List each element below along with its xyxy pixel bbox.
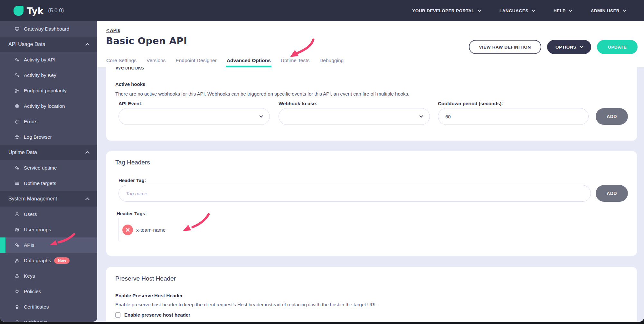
tyk-logo[interactable]: Tyk (5.0.0) xyxy=(0,6,64,16)
top-menu-help[interactable]: HELP xyxy=(554,8,572,13)
sidebar-item-policies[interactable]: Policies xyxy=(0,284,97,299)
header-actions: VIEW RAW DEFINITION OPTIONS UPDATE xyxy=(469,40,638,54)
tyk-leaf-icon xyxy=(14,6,24,16)
sidebar-item-apis[interactable]: APIs xyxy=(0,237,97,253)
sidebar-item-keys[interactable]: Keys xyxy=(0,268,97,284)
tag-headers-card: Tag Headers Header Tag: ADD Header Tags:… xyxy=(106,151,637,256)
list-icon xyxy=(14,181,20,186)
close-icon xyxy=(126,228,130,232)
sidebar-section-label: Uptime Data xyxy=(8,150,37,155)
sidebar-item-log-browser[interactable]: Log Browser xyxy=(0,129,97,145)
tab-debugging[interactable]: Debugging xyxy=(319,58,344,67)
page-header: < APIs Basic Open API VIEW RAW DEFINITIO… xyxy=(97,21,644,67)
chevron-up-icon xyxy=(85,198,90,202)
sidebar-item-label: Uptime targets xyxy=(24,181,56,186)
sidebar-item-activity-by-key[interactable]: Activity by Key xyxy=(0,68,97,83)
key-icon xyxy=(14,73,20,78)
sidebar-item-label: Certificates xyxy=(24,304,49,310)
user-icon xyxy=(14,212,20,217)
sidebar-item-activity-by-api[interactable]: Activity by API xyxy=(0,52,97,68)
preserve-description: Enable preserve host header to keep the … xyxy=(115,302,377,307)
header-tag-input[interactable] xyxy=(118,185,591,202)
tab-core-settings[interactable]: Core Settings xyxy=(106,58,137,67)
cogs-icon xyxy=(14,165,20,171)
tab-versions[interactable]: Versions xyxy=(147,58,166,67)
bell-icon xyxy=(14,320,20,322)
top-menu-label: HELP xyxy=(554,8,566,13)
webhook-add-button[interactable]: ADD xyxy=(596,108,628,125)
tab-advanced-options[interactable]: Advanced Options xyxy=(227,58,271,67)
sidebar-item-users[interactable]: Users xyxy=(0,207,97,222)
active-hooks-label: Active hooks xyxy=(115,81,145,87)
chevron-down-icon xyxy=(569,8,573,12)
sidebar-item-label: Data graphs xyxy=(24,258,51,264)
certificate-icon xyxy=(14,304,20,310)
top-menu-label: YOUR DEVELOPER PORTAL xyxy=(412,8,474,13)
chevron-down-icon xyxy=(623,8,626,12)
cooldown-period-input[interactable] xyxy=(438,108,589,125)
chevron-down-icon xyxy=(419,114,423,117)
version-label: (5.0.0) xyxy=(48,7,64,14)
tab-uptime-tests[interactable]: Uptime Tests xyxy=(281,58,309,67)
webhooks-empty-message: There are no active webhooks for this AP… xyxy=(115,91,409,97)
remove-tag-button[interactable] xyxy=(122,225,133,235)
chevron-down-icon xyxy=(532,8,535,12)
sidebar-item-user-groups[interactable]: User groups xyxy=(0,222,97,237)
chevron-down-icon xyxy=(259,114,263,117)
sidebar-section-label: API Usage Data xyxy=(8,42,45,47)
top-menu-languages[interactable]: LANGUAGES xyxy=(499,8,535,13)
top-menu-your-developer-portal[interactable]: YOUR DEVELOPER PORTAL xyxy=(412,8,481,13)
breadcrumb-apis[interactable]: < APIs xyxy=(106,28,120,33)
header-tag-chip-x-team-name: x-team-name xyxy=(122,225,166,235)
tag-add-button[interactable]: ADD xyxy=(596,185,628,202)
tag-list-rule xyxy=(118,218,119,241)
chevron-down-icon xyxy=(580,44,583,48)
webhook-to-use-select[interactable] xyxy=(279,108,430,125)
preserve-title: Preserve Host Header xyxy=(115,275,176,282)
sidebar-item-label: Errors xyxy=(24,119,37,125)
plug-icon xyxy=(14,289,20,294)
brand-name: Tyk xyxy=(27,6,43,16)
api-event-select[interactable] xyxy=(118,108,270,125)
sidebar-section-uptime-data[interactable]: Uptime Data xyxy=(0,145,97,160)
sidebar-item-label: Activity by location xyxy=(24,103,65,109)
sidebar-item-uptime-targets[interactable]: Uptime targets xyxy=(0,176,97,191)
new-badge: New xyxy=(54,257,70,264)
sidebar-section-system-management[interactable]: System Management xyxy=(0,191,97,207)
preserve-host-header-card: Preserve Host Header Enable Preserve Hos… xyxy=(106,267,637,322)
screen: Tyk (5.0.0) YOUR DEVELOPER PORTALLANGUAG… xyxy=(0,0,644,324)
sidebar-nav: Gateway DashboardAPI Usage DataActivity … xyxy=(0,21,97,322)
graph-icon xyxy=(14,258,20,263)
sidebar-item-errors[interactable]: Errors xyxy=(0,114,97,129)
sidebar-item-label: Service uptime xyxy=(24,165,57,171)
tab-endpoint-designer[interactable]: Endpoint Designer xyxy=(175,58,217,67)
top-menu-label: ADMIN USER xyxy=(591,8,620,13)
preserve-checkbox-row: Enable preserve host header xyxy=(115,312,190,318)
sidebar-item-certificates[interactable]: Certificates xyxy=(0,299,97,315)
sidebar-item-label: Activity by Key xyxy=(24,72,56,78)
cooldown-period-label: Cooldown period (seconds): xyxy=(438,101,503,106)
sidebar-item-data-graphs[interactable]: Data graphsNew xyxy=(0,253,97,268)
cogs-icon xyxy=(14,57,20,62)
top-menu-admin-user[interactable]: ADMIN USER xyxy=(591,8,626,13)
sidebar-item-gateway-dashboard[interactable]: Gateway Dashboard xyxy=(0,21,97,37)
webhooks-card-title: Webhooks xyxy=(115,67,144,71)
chevron-down-icon xyxy=(478,8,481,12)
tyk-dashboard: Tyk (5.0.0) YOUR DEVELOPER PORTALLANGUAG… xyxy=(0,0,644,322)
update-button[interactable]: UPDATE xyxy=(597,40,638,54)
top-bar: Tyk (5.0.0) YOUR DEVELOPER PORTALLANGUAG… xyxy=(0,0,644,21)
bomb-icon xyxy=(14,119,20,124)
sidebar-item-endpoint-popularity[interactable]: Endpoint popularity xyxy=(0,83,97,98)
view-raw-definition-button[interactable]: VIEW RAW DEFINITION xyxy=(469,40,541,54)
sidebar-section-api-usage-data[interactable]: API Usage Data xyxy=(0,37,97,52)
options-button[interactable]: OPTIONS xyxy=(547,40,591,54)
preserve-checkbox[interactable] xyxy=(115,312,120,318)
sidebar-item-service-uptime[interactable]: Service uptime xyxy=(0,160,97,176)
sidebar-item-label: Gateway Dashboard xyxy=(24,26,69,32)
options-label: OPTIONS xyxy=(555,45,576,50)
top-menu-label: LANGUAGES xyxy=(499,8,528,13)
sidebar-item-activity-by-location[interactable]: Activity by location xyxy=(0,98,97,114)
sidebar-item-label: User groups xyxy=(24,227,51,233)
sidebar-item-webhooks[interactable]: Webhooks xyxy=(0,315,97,322)
tag-headers-title: Tag Headers xyxy=(115,159,150,166)
